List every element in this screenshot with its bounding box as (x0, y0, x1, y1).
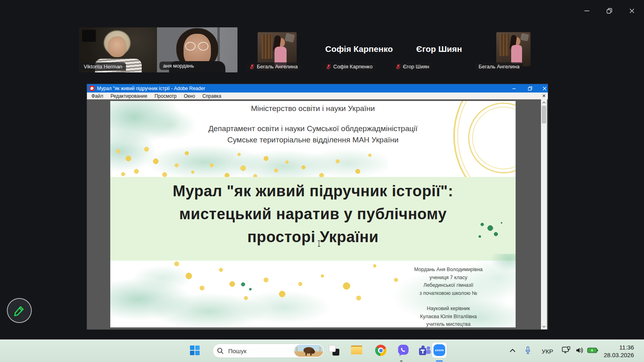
author-line: Лебединської гімназії (388, 282, 509, 290)
scrollbar-thumb[interactable] (542, 106, 546, 123)
menu-file[interactable]: Файл (91, 93, 103, 99)
avatar-photo-detail (285, 33, 295, 43)
menu-window[interactable]: Окно (184, 93, 195, 99)
menu-view[interactable]: Просмотр (155, 93, 177, 99)
avatar-photo-detail (262, 35, 272, 59)
tray-date: 28.03.2026 (604, 351, 634, 359)
participant-label-text: Софія Карпенко (333, 64, 372, 70)
pdf-minimize-button[interactable] (506, 84, 522, 93)
green-dots-decoration (473, 220, 509, 244)
muted-mic-icon (395, 64, 401, 70)
scroll-down-button[interactable] (541, 323, 547, 329)
taskbar-search-box[interactable] (213, 343, 324, 358)
windows-start-icon (190, 345, 200, 356)
zoom-icon: zoom (433, 344, 445, 356)
pdf-scrollbar[interactable] (541, 99, 547, 329)
participant-label-text: Бегаль Ангелина (257, 64, 298, 70)
slide-title-line: просторі України (110, 228, 516, 246)
presentation-slide: Міністерство освіти і науки України Депа… (110, 101, 516, 327)
task-view-button[interactable] (326, 342, 342, 358)
teams-icon (418, 345, 430, 356)
avatar-photo-detail (500, 34, 509, 56)
app-restore-button[interactable] (601, 4, 618, 18)
viber-button[interactable] (395, 342, 411, 358)
taskbar-clock[interactable]: 11:36 28.03.2026 (604, 343, 634, 359)
phone-glyph (400, 347, 407, 353)
participant-label: Бегаль Ангелина (246, 62, 301, 71)
zoom-app-window: Софія Карпенко Єгор Шиян Viktoriia Herma… (0, 0, 644, 362)
participant-label: аня мордань (159, 62, 198, 70)
participant-label: Софія Карпенко (322, 62, 376, 71)
avatar-photo-detail (520, 33, 529, 41)
language-indicator[interactable]: УКР (539, 340, 556, 362)
scroll-up-button[interactable] (541, 99, 547, 105)
tray-volume-button[interactable] (573, 342, 586, 358)
chevron-up-icon (510, 349, 516, 352)
app-close-button[interactable] (623, 4, 641, 18)
slide-header-line: Департамент освіти і науки Сумської облд… (110, 124, 516, 133)
participant-name-sofiia[interactable]: Софія Карпенко (319, 44, 399, 54)
search-input[interactable] (227, 347, 288, 355)
tray-time: 11:36 (604, 343, 634, 351)
slide-header-line: Міністерство освіти і науки України (110, 104, 516, 113)
pdf-close-button[interactable] (537, 84, 552, 93)
menu-edit[interactable]: Редактирование (111, 93, 147, 99)
pdf-restore-button[interactable] (522, 84, 538, 93)
minimize-icon (584, 8, 590, 14)
bison-image (294, 345, 323, 357)
participant-avatar-behal-2[interactable] (496, 32, 530, 66)
author-line: Мордань Аня Володимирівна (388, 266, 509, 274)
slide-author-block: Мордань Аня Володимирівна учениця 7 клас… (388, 266, 509, 327)
participant-label-text: Бегаль Ангелина (479, 64, 520, 70)
chrome-button[interactable] (373, 342, 389, 358)
document-close-button[interactable]: ✕ (542, 93, 546, 98)
search-daily-image[interactable] (294, 345, 323, 357)
glasses-icon (185, 42, 196, 51)
close-icon (629, 8, 635, 14)
zoom-app-button[interactable]: zoom (431, 342, 447, 358)
adobe-reader-window: Мурал "як живий підручник істрії - Adobe… (87, 84, 548, 330)
author-line: Науковий керівник (388, 305, 509, 313)
running-indicator (400, 360, 402, 362)
microphone-icon (525, 346, 531, 354)
start-button[interactable] (187, 342, 203, 358)
participant-label-text: Єгор Шиян (403, 64, 429, 70)
confetti-dots-decoration (112, 143, 378, 180)
close-icon (542, 86, 547, 91)
annotate-pencil-button[interactable] (7, 298, 32, 323)
viber-icon (398, 345, 409, 356)
menu-help[interactable]: Справка (202, 93, 221, 99)
chrome-icon (375, 345, 386, 356)
participant-label: Єгор Шиян (392, 62, 433, 71)
windows-taskbar: zoom УКР (0, 339, 644, 362)
network-display-icon (562, 346, 571, 354)
pencil-icon (13, 304, 25, 317)
speaker-icon (576, 347, 584, 354)
zoom-icon-label: zoom (435, 348, 444, 352)
minimize-icon (512, 86, 516, 91)
tray-network-button[interactable] (559, 342, 573, 358)
pdf-content-area: Міністерство освіти і науки України Депа… (87, 99, 548, 329)
person-body (511, 45, 522, 64)
active-app-indicator (436, 360, 443, 362)
tray-microphone-button[interactable] (521, 342, 534, 358)
tray-chevron-button[interactable] (505, 342, 520, 358)
pdf-titlebar[interactable]: Мурал "як живий підручник істрії - Adobe… (87, 84, 548, 93)
pdf-file-icon (89, 86, 95, 91)
participant-name-yehor[interactable]: Єгор Шиян (399, 44, 479, 54)
text-cursor (317, 240, 321, 247)
app-minimize-button[interactable] (578, 4, 596, 18)
task-view-icon (329, 345, 339, 356)
participant-label-text: аня мордань (163, 63, 194, 69)
file-explorer-button[interactable] (349, 342, 365, 358)
folder-icon (351, 346, 362, 355)
participant-label-text: Viktoriia Herman (84, 64, 122, 70)
tray-battery-button[interactable] (585, 342, 600, 358)
slide-title-line: Мурал "як живий підручник історії": (110, 183, 516, 200)
author-line: Кулаєва Юлія Віталіївна (388, 313, 509, 321)
author-line: учитель мистецтва (388, 321, 509, 327)
slide-header-line: Сумське територіальне відділення МАН Укр… (110, 136, 516, 144)
teams-button[interactable] (416, 342, 432, 358)
participant-label: Бегаль Ангелина (475, 62, 523, 71)
restore-icon (528, 86, 533, 91)
